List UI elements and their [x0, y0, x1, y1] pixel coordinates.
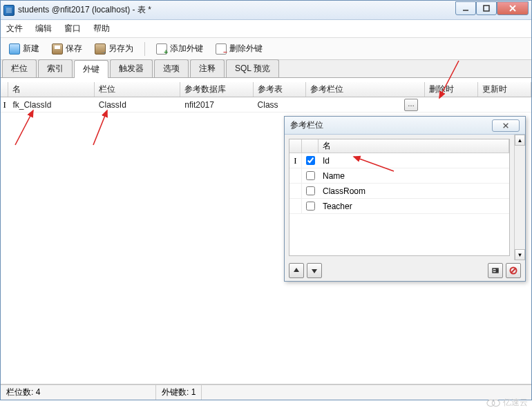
tab-triggers[interactable]: 触发器: [110, 59, 153, 77]
checkbox-cell[interactable]: [302, 153, 319, 168]
svg-rect-1: [484, 6, 489, 11]
svg-line-7: [511, 269, 515, 273]
tab-indexes[interactable]: 索引: [38, 59, 73, 77]
maximize-button[interactable]: [476, 1, 497, 15]
cell-fk-name[interactable]: fk_ClassId: [8, 97, 94, 112]
cell-on-update[interactable]: [478, 97, 531, 112]
tab-sql-preview[interactable]: SQL 预览: [226, 59, 279, 77]
popup-list-header: 名: [289, 139, 509, 153]
menu-window[interactable]: 窗口: [64, 23, 81, 35]
tab-foreign-keys[interactable]: 外键: [74, 60, 108, 78]
menu-help[interactable]: 帮助: [93, 23, 110, 35]
status-fk-count: 外键数: 1: [156, 385, 202, 400]
scroll-up-icon[interactable]: ▲: [515, 135, 525, 146]
popup-title: 参考栏位: [290, 119, 492, 131]
column-checkbox[interactable]: [306, 186, 315, 195]
table-row[interactable]: I fk_ClassId ClassId nfit2017 Class …: [1, 97, 531, 113]
row-cursor-icon: I: [1, 99, 8, 110]
row-cursor-icon: [289, 199, 302, 213]
column-name: Teacher: [319, 199, 509, 213]
popup-footer: [285, 260, 525, 281]
popup-header-name[interactable]: 名: [319, 139, 509, 153]
delete-fk-icon: [216, 43, 227, 55]
cell-ref-db[interactable]: nfit2017: [180, 97, 253, 112]
window-controls: [455, 1, 529, 15]
grid-header: 名 栏位 参考数据库 参考表 参考栏位 删除时 更新时: [1, 82, 531, 97]
save-as-label: 另存为: [108, 43, 133, 55]
col-header-name[interactable]: 名: [8, 82, 94, 97]
list-item[interactable]: Teacher: [289, 199, 509, 214]
window-title: students @nfit2017 (localhost) - 表 *: [18, 4, 455, 16]
col-header-onupdate[interactable]: 更新时: [478, 82, 531, 97]
status-field-count: 栏位数: 4: [1, 385, 156, 400]
menu-file[interactable]: 文件: [6, 23, 23, 35]
new-button[interactable]: 新建: [5, 41, 44, 57]
row-cursor-icon: [289, 184, 302, 198]
col-header-refcol[interactable]: 参考栏位: [306, 82, 425, 97]
titlebar: students @nfit2017 (localhost) - 表 *: [1, 1, 531, 20]
save-icon: [52, 43, 63, 55]
delete-fk-label: 删除外键: [229, 43, 263, 55]
checkbox-cell[interactable]: [302, 199, 319, 213]
popup-titlebar: 参考栏位: [285, 117, 525, 135]
list-item[interactable]: IId: [289, 153, 509, 168]
watermark-text: 亿速云: [503, 397, 528, 409]
add-fk-button[interactable]: 添加外键: [152, 41, 207, 57]
column-name: Name: [319, 168, 509, 183]
new-label: 新建: [23, 43, 39, 55]
ref-column-popup: 参考栏位 名 IIdNameClassRoomTeacher ▲ ▼: [284, 116, 526, 282]
app-icon: [3, 5, 15, 16]
ref-column-picker-button[interactable]: …: [404, 99, 418, 111]
cell-ref-column[interactable]: …: [306, 97, 425, 112]
popup-close-button[interactable]: [492, 119, 520, 132]
popup-scrollbar[interactable]: ▲ ▼: [514, 135, 525, 260]
menubar: 文件 编辑 窗口 帮助: [1, 20, 531, 38]
col-header-refdb[interactable]: 参考数据库: [180, 82, 253, 97]
cell-on-delete[interactable]: [425, 97, 478, 112]
column-checkbox[interactable]: [306, 171, 315, 180]
row-cursor-icon: [289, 168, 302, 183]
move-up-button[interactable]: [289, 263, 304, 278]
save-as-button[interactable]: 另存为: [91, 41, 137, 57]
close-button[interactable]: [497, 1, 529, 15]
cancel-button[interactable]: [506, 263, 521, 278]
col-header-column[interactable]: 栏位: [95, 82, 180, 97]
checkbox-cell[interactable]: [302, 184, 319, 198]
list-item[interactable]: ClassRoom: [289, 184, 509, 199]
tab-fields[interactable]: 栏位: [2, 59, 37, 77]
column-checkbox[interactable]: [306, 156, 315, 165]
col-header-ondelete[interactable]: 删除时: [425, 82, 478, 97]
checkbox-cell[interactable]: [302, 168, 319, 183]
scroll-down-icon[interactable]: ▼: [515, 249, 525, 260]
list-item[interactable]: Name: [289, 168, 509, 184]
tab-comments[interactable]: 注释: [190, 59, 225, 77]
new-icon: [9, 43, 20, 55]
tab-options[interactable]: 选项: [154, 59, 189, 77]
add-fk-icon: [156, 43, 167, 55]
tabs: 栏位 索引 外键 触发器 选项 注释 SQL 预览: [1, 60, 531, 78]
toolbar: 新建 保存 另存为 添加外键 删除外键: [1, 38, 531, 60]
popup-list: IIdNameClassRoomTeacher: [289, 153, 509, 255]
watermark: 亿速云: [486, 397, 528, 409]
column-checkbox[interactable]: [306, 202, 315, 211]
delete-fk-button[interactable]: 删除外键: [211, 41, 267, 57]
statusbar: 栏位数: 4 外键数: 1: [1, 384, 531, 400]
confirm-button[interactable]: [488, 263, 503, 278]
col-header-reftable[interactable]: 参考表: [254, 82, 307, 97]
column-name: Id: [319, 153, 509, 168]
add-fk-label: 添加外键: [170, 43, 203, 55]
minimize-button[interactable]: [455, 1, 476, 15]
save-label: 保存: [66, 43, 82, 55]
menu-edit[interactable]: 编辑: [35, 23, 52, 35]
popup-body: 名 IIdNameClassRoomTeacher: [289, 139, 510, 256]
svg-point-13: [492, 400, 500, 406]
save-as-icon: [95, 43, 106, 55]
cell-fk-column[interactable]: ClassId: [95, 97, 180, 112]
column-name: ClassRoom: [319, 184, 509, 198]
row-cursor-icon: I: [289, 153, 302, 168]
separator: [144, 42, 145, 56]
save-button[interactable]: 保存: [48, 41, 86, 57]
move-down-button[interactable]: [307, 263, 322, 278]
cell-ref-table[interactable]: Class: [254, 97, 307, 112]
